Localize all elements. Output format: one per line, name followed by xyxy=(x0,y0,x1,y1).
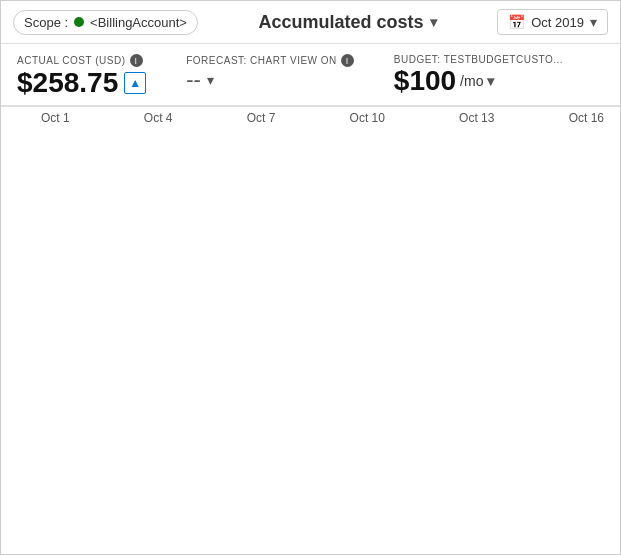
scope-value: <BillingAccount> xyxy=(90,15,187,30)
actual-cost-label: ACTUAL COST (USD) i xyxy=(17,54,146,67)
collapse-dropdown-button[interactable]: ▲ xyxy=(124,72,146,94)
forecast-label: FORECAST: CHART VIEW ON i xyxy=(186,54,354,67)
date-label: Oct 2019 xyxy=(531,15,584,30)
date-picker-button[interactable]: 📅 Oct 2019 ▾ xyxy=(497,9,608,35)
chevron-down-icon: ▾ xyxy=(430,14,437,30)
x-label-oct16: Oct 16 xyxy=(569,111,604,125)
top-bar: Scope : <BillingAccount> Accumulated cos… xyxy=(1,1,620,44)
x-label-oct1: Oct 1 xyxy=(41,111,70,125)
accumulated-costs-button[interactable]: Accumulated costs ▾ xyxy=(259,12,437,33)
x-axis: Oct 1 Oct 4 Oct 7 Oct 10 Oct 13 Oct 16 xyxy=(1,106,620,131)
x-label-oct4: Oct 4 xyxy=(144,111,173,125)
metrics-bar: ACTUAL COST (USD) i $258.75 ▲ FORECAST: … xyxy=(1,44,620,106)
date-chevron-icon: ▾ xyxy=(590,14,597,30)
budget-chevron-icon[interactable]: ▾ xyxy=(487,73,494,89)
calendar-icon: 📅 xyxy=(508,14,525,30)
x-label-oct7: Oct 7 xyxy=(247,111,276,125)
scope-label: Scope : xyxy=(24,15,68,30)
budget-label: BUDGET: TESTBUDGETCUSTO... xyxy=(394,54,563,65)
budget-value: $100 /mo ▾ xyxy=(394,65,563,97)
scope-button[interactable]: Scope : <BillingAccount> xyxy=(13,10,198,35)
actual-cost-info-icon[interactable]: i xyxy=(130,54,143,67)
x-label-oct10: Oct 10 xyxy=(350,111,385,125)
x-label-oct13: Oct 13 xyxy=(459,111,494,125)
actual-cost-value: $258.75 ▲ xyxy=(17,67,146,99)
actual-cost-block: ACTUAL COST (USD) i $258.75 ▲ xyxy=(17,54,146,99)
forecast-block: FORECAST: CHART VIEW ON i -- ▾ xyxy=(186,54,354,93)
budget-block: BUDGET: TESTBUDGETCUSTO... $100 /mo ▾ xyxy=(394,54,563,97)
forecast-info-icon[interactable]: i xyxy=(341,54,354,67)
page-title: Accumulated costs xyxy=(259,12,424,33)
scope-dot-icon xyxy=(74,17,84,27)
forecast-chevron-icon[interactable]: ▾ xyxy=(207,72,214,88)
forecast-value: -- ▾ xyxy=(186,67,354,93)
